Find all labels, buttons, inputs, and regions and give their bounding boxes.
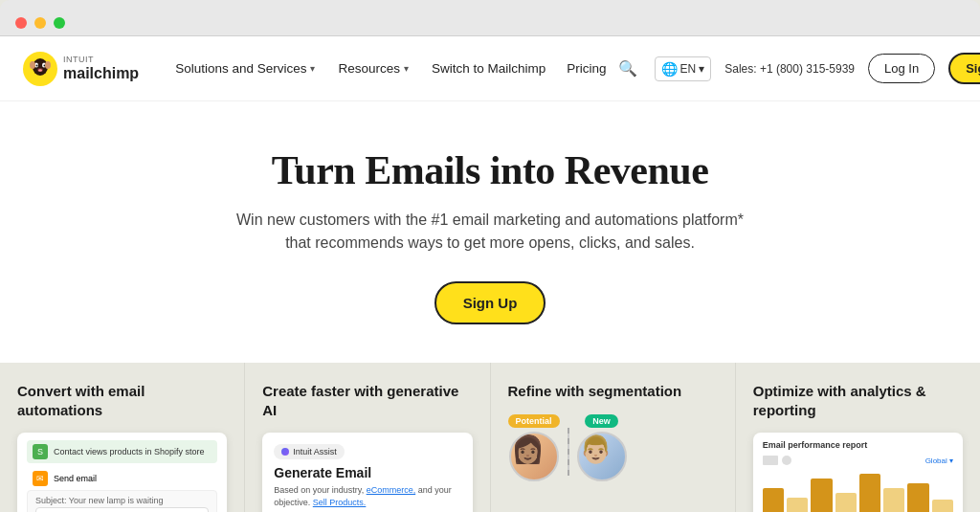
svg-point-9 xyxy=(45,61,51,69)
avatar-female: 👩🏽 xyxy=(509,432,559,481)
traffic-light-yellow[interactable] xyxy=(34,17,46,29)
shopify-icon: S xyxy=(33,444,48,459)
ai-mockup: Intuit Assist Generate Email Based on yo… xyxy=(262,433,472,512)
analytics-mockup: Email performance report Global ▾ Cr xyxy=(753,433,963,512)
chevron-down-icon: ▾ xyxy=(310,63,315,74)
feature-title-ai: Create faster with generative AI xyxy=(262,382,472,419)
logo-intuit-text: INTUIT xyxy=(63,56,139,65)
bar-5 xyxy=(859,474,880,512)
bar-chart-icon xyxy=(763,456,778,465)
logo[interactable]: INTUIT mailchimp xyxy=(23,52,139,86)
bar-chart xyxy=(763,469,953,512)
nav-switch[interactable]: Switch to Mailchimp xyxy=(422,56,555,81)
email-icon: ✉ xyxy=(33,471,48,486)
traffic-light-green[interactable] xyxy=(54,17,65,29)
bar-2 xyxy=(787,498,808,512)
segment-person-female: Potential 👩🏽 xyxy=(508,414,560,481)
feature-title-analytics: Optimize with analytics & reporting xyxy=(753,382,963,419)
lang-label: EN xyxy=(680,62,697,76)
bar-8 xyxy=(932,500,953,512)
flow-step-2-text: Send email xyxy=(54,474,97,483)
bar-3 xyxy=(811,479,832,512)
pie-chart-icon xyxy=(782,456,791,465)
email-subject: Subject: Your new lamp is waiting xyxy=(35,496,209,505)
traffic-light-red[interactable] xyxy=(15,17,27,29)
segment-person-male: New 👨🏼 xyxy=(577,414,627,481)
phone-number: Sales: +1 (800) 315-5939 xyxy=(724,62,855,76)
bar-7 xyxy=(907,483,928,512)
svg-point-7 xyxy=(38,69,42,71)
segment-divider xyxy=(568,428,569,476)
feature-card-automations: Convert with email automations S Contact… xyxy=(0,363,245,512)
signup-nav-button[interactable]: Sign Up xyxy=(948,53,980,84)
report-title: Email performance report xyxy=(763,440,953,450)
bar-4 xyxy=(835,493,857,512)
logo-text: INTUIT mailchimp xyxy=(63,56,139,81)
sell-link[interactable]: Sell Products. xyxy=(313,498,367,507)
nav-solutions[interactable]: Solutions and Services ▾ xyxy=(166,56,324,81)
features-section: Convert with email automations S Contact… xyxy=(0,363,980,512)
login-button[interactable]: Log In xyxy=(868,54,935,83)
logo-icon xyxy=(23,52,57,86)
logo-mailchimp-text: mailchimp xyxy=(63,65,139,82)
flow-step-1: S Contact views products in Shopify stor… xyxy=(27,440,217,463)
feature-card-analytics: Optimize with analytics & reporting Emai… xyxy=(736,363,980,512)
signup-hero-button[interactable]: Sign Up xyxy=(434,281,546,324)
hero-title: Turn Emails into Revenue xyxy=(38,147,942,193)
site-wrapper: INTUIT mailchimp Solutions and Services … xyxy=(0,36,980,512)
navbar: INTUIT mailchimp Solutions and Services … xyxy=(0,36,980,101)
assist-dot-icon xyxy=(281,448,289,456)
feature-card-segmentation: Refine with segmentation Potential 👩🏽 Ne… xyxy=(491,363,736,512)
bar-6 xyxy=(883,488,904,512)
desc-text-1: Based on your industry, xyxy=(274,485,364,495)
flow-connector: ✉ Send email xyxy=(27,467,217,490)
feature-title-automations: Convert with email automations xyxy=(17,382,227,419)
bar-1 xyxy=(763,488,784,512)
badge-new: New xyxy=(585,414,618,428)
svg-point-4 xyxy=(36,64,38,66)
nav-links: Solutions and Services ▾ Resources ▾ Swi… xyxy=(166,56,613,81)
svg-point-8 xyxy=(30,61,35,69)
badge-potential: Potential xyxy=(508,414,560,428)
hero-section: Turn Emails into Revenue Win new custome… xyxy=(0,101,980,363)
segmentation-mockup: Potential 👩🏽 New 👨🏼 xyxy=(508,414,718,481)
gen-email-desc: Based on your industry, eCommerce, and y… xyxy=(274,484,460,508)
feature-title-segmentation: Refine with segmentation xyxy=(508,382,718,401)
filter-label: Global ▾ xyxy=(925,456,953,465)
lang-chevron: ▾ xyxy=(699,62,704,76)
search-icon[interactable]: 🔍 xyxy=(614,56,641,81)
nav-resources[interactable]: Resources ▾ xyxy=(328,56,418,81)
nav-right: 🔍 🌐 EN ▾ Sales: +1 (800) 315-5939 Log In… xyxy=(614,53,980,84)
feature-card-ai: Create faster with generative AI Intuit … xyxy=(245,363,490,512)
ecommerce-link[interactable]: eCommerce, xyxy=(367,485,416,495)
assist-label: Intuit Assist xyxy=(293,447,337,456)
hero-subtitle: Win new customers with the #1 email mark… xyxy=(222,209,758,255)
email-assembly: Assembly xyxy=(35,507,209,512)
avatar-male: 👨🏼 xyxy=(577,432,627,481)
nav-pricing[interactable]: Pricing xyxy=(559,56,613,81)
browser-chrome xyxy=(0,0,980,36)
chevron-down-icon: ▾ xyxy=(404,63,409,74)
gen-email-title: Generate Email xyxy=(274,465,460,480)
automations-mockup: S Contact views products in Shopify stor… xyxy=(17,433,227,512)
intuit-assist-badge: Intuit Assist xyxy=(274,444,345,459)
language-selector[interactable]: 🌐 EN ▾ xyxy=(655,56,712,81)
chart-icons: Global ▾ xyxy=(763,456,953,465)
email-preview: Subject: Your new lamp is waiting Assemb… xyxy=(27,490,217,512)
globe-icon: 🌐 xyxy=(661,61,678,77)
flow-step-1-text: Contact views products in Shopify store xyxy=(54,447,205,456)
